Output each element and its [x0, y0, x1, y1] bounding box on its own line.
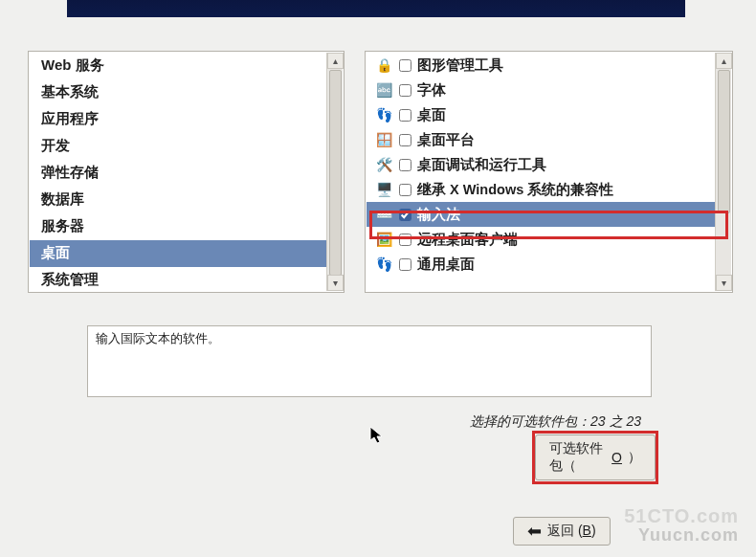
description-text: 输入国际文本的软件。: [96, 331, 220, 345]
keyboard-icon: ⌨️: [374, 205, 393, 224]
package-item[interactable]: 🛠️桌面调试和运行工具: [367, 152, 715, 177]
header-banner: [67, 0, 685, 17]
package-checkbox[interactable]: [399, 159, 411, 171]
package-list[interactable]: 🔒图形管理工具🔤字体👣桌面🪟桌面平台🛠️桌面调试和运行工具🖥️继承 X Wind…: [367, 53, 715, 291]
package-label: 桌面: [417, 106, 446, 124]
scroll-thumb[interactable]: [329, 70, 342, 276]
package-item[interactable]: 👣桌面: [367, 102, 715, 127]
scroll-down-button[interactable]: ▾: [327, 275, 344, 291]
package-checkbox[interactable]: [399, 184, 411, 196]
scroll-up-button[interactable]: ▴: [716, 53, 732, 69]
package-checkbox[interactable]: [399, 258, 411, 271]
left-scrollbar[interactable]: ▴ ▾: [326, 53, 343, 291]
package-checkbox[interactable]: [399, 134, 411, 146]
category-item[interactable]: 系统管理: [30, 267, 326, 291]
package-label: 输入法: [417, 206, 460, 224]
package-item[interactable]: 🪟桌面平台: [367, 127, 715, 152]
lock-icon: 🔒: [374, 56, 393, 75]
category-item[interactable]: 开发: [30, 133, 326, 160]
arrow-left-icon: ⬅: [527, 523, 542, 540]
category-item[interactable]: 应用程序: [30, 106, 326, 133]
package-label: 桌面调试和运行工具: [417, 156, 546, 174]
gnome-foot-icon: 👣: [374, 105, 393, 124]
package-label: 远程桌面客户端: [417, 231, 518, 249]
watermark: 51CTO.com Yuucn.com: [624, 505, 739, 546]
category-list[interactable]: Web 服务基本系统应用程序开发弹性存储数据库服务器桌面系统管理: [30, 53, 326, 291]
cursor-pointer-icon: [369, 426, 385, 445]
package-item[interactable]: 🔤字体: [367, 78, 715, 102]
package-checkbox[interactable]: [399, 209, 411, 221]
package-item[interactable]: 👣通用桌面: [367, 252, 715, 277]
window-icon: 🪟: [374, 130, 393, 149]
scroll-up-button[interactable]: ▴: [327, 53, 344, 69]
package-item[interactable]: ⌨️输入法: [367, 202, 715, 227]
tools-icon: 🛠️: [374, 155, 393, 174]
package-checkbox[interactable]: [399, 84, 411, 97]
remote-icon: 🖼️: [374, 230, 393, 249]
package-item[interactable]: 🔒图形管理工具: [367, 53, 715, 78]
category-item[interactable]: 服务器: [30, 213, 326, 240]
scroll-thumb[interactable]: [718, 70, 730, 213]
right-scrollbar[interactable]: ▴ ▾: [715, 53, 731, 291]
package-label: 继承 X Windows 系统的兼容性: [417, 181, 613, 199]
category-item[interactable]: 桌面: [30, 240, 326, 267]
monitor-icon: 🖥️: [374, 180, 393, 199]
highlight-annotation: 可选软件包（O）: [532, 431, 658, 484]
description-textarea: 输入国际文本的软件。: [87, 325, 652, 397]
back-button[interactable]: ⬅ 返回 (B): [513, 517, 611, 546]
category-item[interactable]: 基本系统: [30, 79, 326, 106]
package-checkbox[interactable]: [399, 109, 411, 122]
package-item[interactable]: 🖼️远程桌面客户端: [367, 227, 715, 252]
category-item[interactable]: 数据库: [30, 187, 326, 213]
package-panel: 🔒图形管理工具🔤字体👣桌面🪟桌面平台🛠️桌面调试和运行工具🖥️继承 X Wind…: [365, 51, 733, 293]
category-item[interactable]: Web 服务: [30, 53, 326, 79]
font-icon: 🔤: [374, 80, 393, 100]
package-checkbox[interactable]: [399, 234, 411, 246]
optional-packages-button[interactable]: 可选软件包（O）: [535, 434, 656, 480]
scroll-down-button[interactable]: ▾: [716, 275, 732, 291]
gnome-foot-icon: 👣: [374, 255, 393, 274]
category-panel: Web 服务基本系统应用程序开发弹性存储数据库服务器桌面系统管理 ▴ ▾: [28, 51, 345, 293]
package-label: 通用桌面: [417, 256, 475, 274]
package-label: 桌面平台: [417, 131, 475, 149]
package-label: 图形管理工具: [417, 56, 503, 75]
category-item[interactable]: 弹性存储: [30, 160, 326, 187]
package-label: 字体: [417, 81, 446, 100]
package-item[interactable]: 🖥️继承 X Windows 系统的兼容性: [367, 177, 715, 202]
package-checkbox[interactable]: [399, 59, 411, 72]
optional-package-count: 选择的可选软件包：23 之 23: [470, 413, 641, 431]
